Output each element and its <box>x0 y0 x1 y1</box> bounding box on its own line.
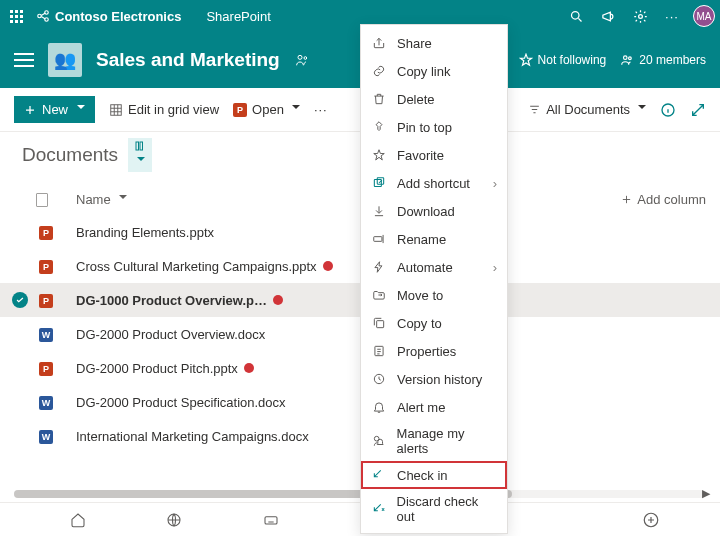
open-button[interactable]: P Open <box>233 102 300 117</box>
menu-item-alert[interactable]: Alert me <box>361 393 507 421</box>
members-icon <box>620 53 634 67</box>
checked-out-icon <box>244 363 254 373</box>
chevron-down-icon <box>116 192 127 207</box>
svg-rect-11 <box>136 142 139 150</box>
download-icon <box>371 203 387 219</box>
svg-rect-21 <box>265 516 277 523</box>
menu-item-copyto[interactable]: Copy to <box>361 309 507 337</box>
file-name[interactable]: International Marketing Campaigns.docx <box>76 429 366 444</box>
rename-icon <box>371 231 387 247</box>
menu-item-link[interactable]: Copy link <box>361 57 507 85</box>
menu-item-rename[interactable]: Rename <box>361 225 507 253</box>
search-button[interactable] <box>560 0 592 32</box>
file-name[interactable]: DG-2000 Product Specification.docx <box>76 395 366 410</box>
file-name[interactable]: Cross Cultural Marketing Campaigns.pptx <box>76 259 366 274</box>
file-type-icon <box>36 193 48 207</box>
edit-grid-button[interactable]: Edit in grid view <box>109 102 219 117</box>
add-column-button[interactable]: Add column <box>621 192 706 207</box>
file-name[interactable]: DG-2000 Product Pitch.pptx <box>76 361 366 376</box>
menu-item-label: Move to <box>397 288 443 303</box>
teams-icon[interactable] <box>294 52 310 68</box>
menu-item-label: Alert me <box>397 400 445 415</box>
app-launcher-button[interactable] <box>0 0 32 32</box>
file-type-icon: P <box>36 292 56 308</box>
menu-item-label: Download <box>397 204 455 219</box>
checkin-icon <box>371 467 387 483</box>
command-overflow-button[interactable]: ··· <box>314 102 328 117</box>
new-button[interactable]: New <box>14 96 95 123</box>
menu-item-label: Add shortcut <box>397 176 470 191</box>
members-label: 20 members <box>639 53 706 67</box>
user-avatar[interactable]: MA <box>693 5 715 27</box>
menu-item-properties[interactable]: Properties <box>361 337 507 365</box>
view-label: All Documents <box>546 102 630 117</box>
file-name[interactable]: Branding Elements.pptx <box>76 225 366 240</box>
megaphone-icon <box>601 9 616 24</box>
menu-item-star[interactable]: Favorite <box>361 141 507 169</box>
scroll-right-arrow[interactable]: ▶ <box>702 487 710 500</box>
svg-rect-16 <box>377 321 384 328</box>
menu-item-automate[interactable]: Automate› <box>361 253 507 281</box>
menu-item-label: Favorite <box>397 148 444 163</box>
pin-icon <box>371 119 387 135</box>
menu-item-label: Copy to <box>397 316 442 331</box>
plus-circle-icon <box>642 511 660 529</box>
menu-item-label: Automate <box>397 260 453 275</box>
add-nav-button[interactable] <box>642 511 660 529</box>
expand-icon[interactable] <box>690 102 706 118</box>
brand-name: Contoso Electronics <box>55 9 181 24</box>
star-icon <box>519 53 533 67</box>
selected-indicator <box>12 292 28 308</box>
menu-item-share[interactable]: Share <box>361 29 507 57</box>
menu-item-pin[interactable]: Pin to top <box>361 113 507 141</box>
brand-logo[interactable]: Contoso Electronics <box>36 9 181 24</box>
info-icon[interactable] <box>660 102 676 118</box>
chevron-down-icon <box>134 152 145 169</box>
new-button-label: New <box>42 102 68 117</box>
checked-out-icon <box>273 295 283 305</box>
svg-point-6 <box>304 57 307 60</box>
menu-item-label: Rename <box>397 232 446 247</box>
nav-toggle-button[interactable] <box>14 53 34 67</box>
menu-item-checkin[interactable]: Check in <box>361 461 507 489</box>
checked-out-icon <box>323 261 333 271</box>
svg-rect-13 <box>374 180 381 187</box>
share-icon <box>371 35 387 51</box>
column-name[interactable]: Name <box>76 192 366 207</box>
svg-rect-15 <box>374 237 382 242</box>
menu-item-version[interactable]: Version history <box>361 365 507 393</box>
column-type[interactable] <box>36 193 76 207</box>
svg-point-8 <box>629 57 632 60</box>
overflow-button[interactable]: ··· <box>656 0 688 32</box>
copyto-icon <box>371 315 387 331</box>
view-switcher[interactable]: All Documents <box>528 102 646 117</box>
menu-item-discard[interactable]: Discard check out <box>361 489 507 529</box>
members-button[interactable]: 20 members <box>620 53 706 67</box>
site-logo[interactable]: 👥 <box>48 43 82 77</box>
menu-item-delete[interactable]: Delete <box>361 85 507 113</box>
menu-item-download[interactable]: Download <box>361 197 507 225</box>
delete-icon <box>371 91 387 107</box>
follow-button[interactable]: Not following <box>519 53 607 67</box>
product-name[interactable]: SharePoint <box>206 9 270 24</box>
automate-icon <box>371 259 387 275</box>
svg-rect-9 <box>111 104 122 115</box>
plus-icon <box>621 194 632 205</box>
menu-item-managealerts[interactable]: Manage my alerts <box>361 421 507 461</box>
file-type-icon: P <box>36 258 56 274</box>
home-icon[interactable] <box>70 512 86 528</box>
file-name[interactable]: DG-2000 Product Overview.docx <box>76 327 366 342</box>
megaphone-button[interactable] <box>592 0 624 32</box>
brand-icon <box>36 9 50 23</box>
menu-item-shortcut[interactable]: Add shortcut› <box>361 169 507 197</box>
keyboard-icon[interactable] <box>262 512 280 528</box>
globe-icon[interactable] <box>166 512 182 528</box>
file-name[interactable]: DG-1000 Product Overview.p… <box>76 293 366 308</box>
chevron-down-icon <box>635 102 646 117</box>
tiles-toggle[interactable] <box>128 138 152 172</box>
menu-item-label: Copy link <box>397 64 450 79</box>
settings-button[interactable] <box>624 0 656 32</box>
managealerts-icon <box>371 433 387 449</box>
menu-item-moveto[interactable]: Move to <box>361 281 507 309</box>
svg-point-0 <box>38 14 42 18</box>
